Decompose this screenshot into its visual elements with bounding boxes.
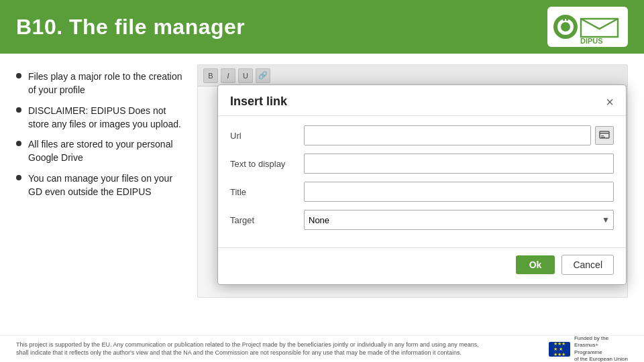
list-item: You can manage your files on your GD eve…	[16, 172, 184, 199]
insert-link-dialog: Insert link × Url	[217, 84, 627, 285]
eu-funded-text: Funded by the Erasmus+ Programme of the …	[574, 335, 628, 362]
list-item: DISCLAIMER: EDIPUS Does not store any fi…	[16, 104, 184, 131]
target-row: Target None _blank _self _parent _top ▼	[230, 210, 614, 230]
bullet-dot	[16, 175, 21, 180]
svg-rect-9	[601, 135, 604, 136]
close-icon[interactable]: ×	[606, 95, 614, 109]
title-input[interactable]	[304, 182, 614, 202]
footer-text: This project is supported by the EU. Any…	[16, 341, 486, 357]
modal-body: Url	[218, 116, 626, 247]
target-label: Target	[230, 215, 304, 225]
dialog-area: B I U 🔗 Insert link × Url	[197, 64, 628, 324]
svg-text:DIPUS: DIPUS	[580, 37, 603, 45]
bullet-dot	[16, 141, 21, 146]
bullet-text: DISCLAIMER: EDIPUS Does not store any fi…	[28, 104, 184, 131]
target-select-wrap: None _blank _self _parent _top ▼	[304, 210, 614, 230]
text-display-input-wrap	[304, 154, 614, 174]
svg-point-2	[561, 22, 570, 32]
bullet-text: Files play a major role to the creation …	[28, 70, 184, 97]
svg-rect-3	[563, 15, 565, 21]
title-input-wrap	[304, 182, 614, 202]
list-item: Files play a major role to the creation …	[16, 70, 184, 97]
header: B10. The file manager DIPUS	[0, 0, 644, 54]
cancel-button[interactable]: Cancel	[561, 255, 614, 275]
text-display-row: Text to display	[230, 154, 614, 174]
url-label: Url	[230, 131, 304, 141]
eu-logo: ★★★★ ★★★★ Funded by the Erasmus+ Program…	[549, 335, 628, 362]
eu-flag: ★★★★ ★★★★	[549, 342, 570, 357]
modal-footer: Ok Cancel	[218, 247, 626, 284]
ok-button[interactable]: Ok	[516, 255, 555, 274]
title-row: Title	[230, 182, 614, 202]
text-display-input[interactable]	[304, 154, 614, 174]
text-display-label: Text to display	[230, 159, 304, 169]
modal-title: Insert link	[230, 95, 287, 109]
editor-toolbar: B I U 🔗	[198, 65, 627, 86]
bullet-text: You can manage your files on your GD eve…	[28, 172, 184, 199]
bullet-list: Files play a major role to the creation …	[16, 64, 184, 324]
main-content: Files play a major role to the creation …	[0, 54, 644, 335]
svg-rect-8	[600, 133, 609, 134]
eu-stars-icon: ★★★★ ★★★★	[553, 341, 566, 357]
svg-rect-4	[566, 15, 568, 21]
toolbar-button[interactable]: B	[203, 68, 218, 83]
target-select[interactable]: None _blank _self _parent _top	[304, 210, 614, 230]
toolbar-button[interactable]: U	[238, 68, 253, 83]
bullet-dot	[16, 107, 21, 113]
url-row: Url	[230, 125, 614, 145]
url-input-wrap	[304, 125, 614, 145]
toolbar-button[interactable]: I	[221, 68, 235, 83]
toolbar-button[interactable]: 🔗	[256, 68, 270, 83]
list-item: All files are stored to your personal Go…	[16, 137, 184, 165]
title-label: Title	[230, 187, 304, 197]
bullet-dot	[16, 73, 21, 78]
modal-header: Insert link ×	[218, 85, 626, 116]
url-input[interactable]	[304, 125, 591, 145]
logo-container: DIPUS	[547, 7, 628, 47]
bullet-text: All files are stored to your personal Go…	[28, 137, 184, 165]
edipus-logo: DIPUS	[551, 9, 625, 45]
browse-icon[interactable]	[595, 126, 614, 145]
svg-rect-10	[601, 137, 605, 137]
footer: This project is supported by the EU. Any…	[0, 335, 644, 362]
page-title: B10. The file manager	[16, 15, 245, 40]
